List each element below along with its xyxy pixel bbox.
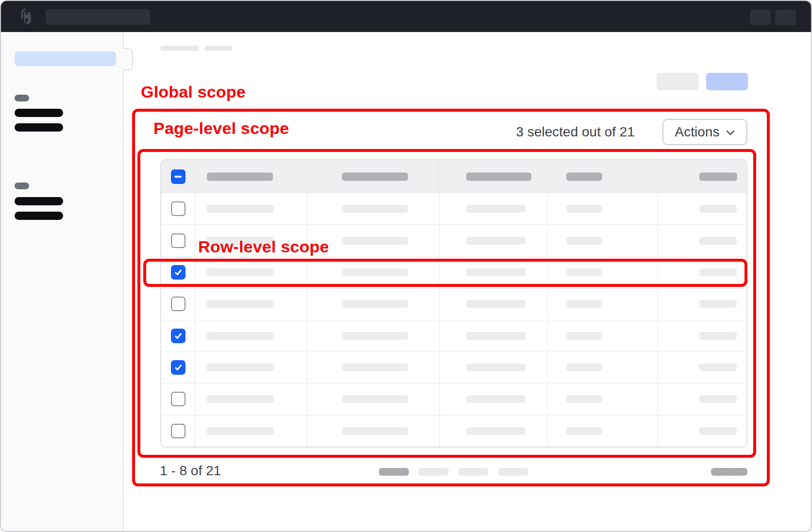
cell-skeleton	[342, 237, 408, 245]
cell-skeleton	[207, 395, 274, 403]
row-checkbox[interactable]	[171, 329, 186, 343]
cell-skeleton	[566, 205, 602, 213]
cell-skeleton	[566, 395, 602, 403]
cell-skeleton	[466, 300, 525, 308]
check-icon	[174, 332, 183, 340]
cell-skeleton	[466, 395, 525, 403]
pagination-pill[interactable]	[419, 468, 449, 476]
sidebar-item-skeleton[interactable]	[15, 212, 63, 220]
table-row	[161, 383, 746, 415]
table-header-row	[161, 160, 746, 193]
cell-skeleton	[207, 427, 274, 435]
selection-summary: 3 selected out of 21	[341, 124, 635, 140]
cell-skeleton	[699, 268, 737, 276]
table-row	[161, 320, 746, 351]
sidebar-section-label-skeleton	[15, 95, 29, 101]
minus-icon	[174, 176, 182, 178]
cell-skeleton	[342, 395, 408, 403]
cell-skeleton	[342, 332, 408, 340]
column-header-skeleton	[466, 172, 531, 181]
row-checkbox[interactable]	[171, 201, 186, 216]
cell-skeleton	[466, 332, 525, 340]
sidebar-section-label-skeleton	[15, 183, 29, 189]
cell-skeleton	[466, 268, 525, 276]
row-checkbox[interactable]	[171, 233, 186, 248]
row-checkbox[interactable]	[171, 424, 186, 438]
pagination-pill[interactable]	[498, 468, 528, 476]
cell-skeleton	[342, 205, 408, 213]
cell-skeleton	[699, 395, 737, 403]
cell-skeleton	[566, 300, 602, 308]
cell-skeleton	[207, 268, 274, 276]
table-row	[161, 193, 746, 224]
pagination-next-pill[interactable]	[711, 468, 747, 476]
select-all-checkbox[interactable]	[171, 169, 186, 184]
table-row	[161, 415, 746, 447]
table-row	[161, 288, 746, 319]
cell-skeleton	[699, 205, 737, 213]
cell-skeleton	[699, 300, 737, 308]
sidebar-item-skeleton[interactable]	[15, 197, 63, 205]
column-header-skeleton	[207, 172, 273, 181]
cell-skeleton	[699, 427, 737, 435]
breadcrumb-item-skeleton[interactable]	[204, 46, 233, 51]
sidebar-item-skeleton[interactable]	[15, 123, 63, 132]
cell-skeleton	[699, 364, 737, 371]
check-icon	[174, 268, 183, 277]
column-header-skeleton	[699, 172, 737, 181]
data-table	[160, 159, 747, 448]
cell-skeleton	[699, 332, 737, 340]
breadcrumb-item-skeleton[interactable]	[160, 46, 199, 51]
secondary-button-skeleton[interactable]	[657, 73, 699, 90]
pagination-pill[interactable]	[379, 468, 409, 476]
row-checkbox[interactable]	[171, 360, 186, 375]
column-header-skeleton	[566, 172, 602, 181]
cell-skeleton	[342, 300, 408, 308]
cell-skeleton	[342, 364, 408, 371]
cell-skeleton	[566, 237, 602, 245]
cell-skeleton	[207, 332, 274, 340]
sidebar-item-skeleton[interactable]	[15, 109, 63, 117]
sidebar-item-active[interactable]	[15, 51, 116, 66]
cell-skeleton	[207, 205, 274, 213]
nav-action-button-skeleton[interactable]	[775, 10, 796, 25]
nav-action-button-skeleton[interactable]	[750, 10, 771, 25]
pagination-pill[interactable]	[458, 468, 489, 476]
chevron-down-icon	[726, 130, 735, 135]
table-row	[161, 351, 746, 383]
sidebar-collapse-handle[interactable]	[123, 48, 133, 70]
cell-skeleton	[566, 268, 602, 276]
row-checkbox[interactable]	[171, 297, 186, 311]
cell-skeleton	[342, 268, 408, 276]
table-body	[161, 193, 746, 447]
cell-skeleton	[566, 427, 602, 435]
cell-skeleton	[207, 300, 274, 308]
screenshot-frame: Global scope Page-level scope Row-level …	[0, 0, 812, 532]
pagination-range: 1 - 8 of 21	[160, 463, 221, 479]
table-row	[161, 256, 746, 288]
cell-skeleton	[207, 364, 274, 371]
actions-button-label: Actions	[675, 124, 720, 140]
search-input-skeleton[interactable]	[46, 9, 150, 25]
hashicorp-logo-icon	[18, 8, 35, 25]
row-checkbox[interactable]	[171, 265, 186, 280]
top-nav	[1, 1, 811, 32]
cell-skeleton	[566, 364, 602, 371]
cell-skeleton	[342, 427, 408, 435]
cell-skeleton	[466, 237, 525, 245]
primary-button-skeleton[interactable]	[706, 73, 748, 90]
column-header-skeleton	[342, 172, 408, 181]
cell-skeleton	[566, 332, 602, 340]
row-scope-label: Row-level scope	[198, 237, 329, 256]
cell-skeleton	[466, 364, 525, 371]
check-icon	[174, 363, 183, 372]
global-scope-label: Global scope	[141, 83, 246, 101]
cell-skeleton	[699, 237, 737, 245]
actions-button[interactable]: Actions	[662, 119, 747, 145]
sidebar	[1, 32, 124, 532]
cell-skeleton	[466, 427, 525, 435]
row-checkbox[interactable]	[171, 392, 186, 406]
cell-skeleton	[466, 205, 525, 213]
page-scope-label: Page-level scope	[153, 119, 289, 138]
